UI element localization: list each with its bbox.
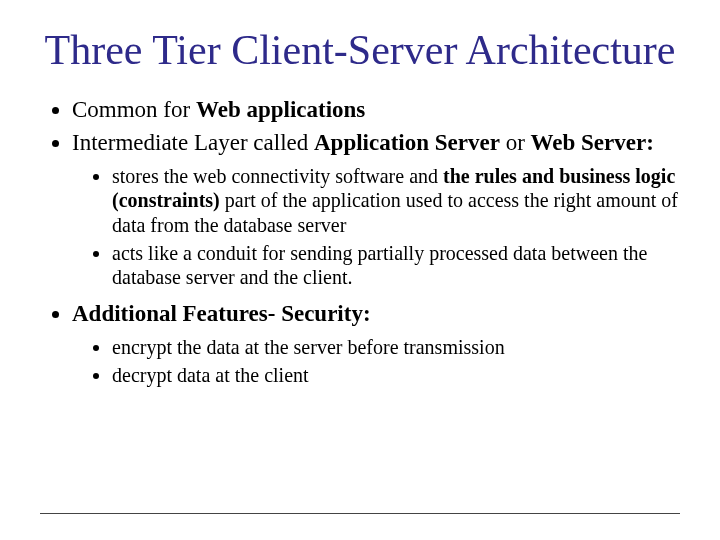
bullet-list-level2: stores the web connectivity software and… (72, 164, 680, 290)
slide-title: Three Tier Client-Server Architecture (40, 26, 680, 74)
text: or (500, 130, 531, 155)
text: acts like a conduit for sending partiall… (112, 242, 647, 288)
bullet-list-level2: encrypt the data at the server before tr… (72, 335, 680, 388)
text: stores the web connectivity software and (112, 165, 443, 187)
sub-bullet-decrypt: decrypt data at the client (112, 363, 680, 387)
text: Intermediate Layer called (72, 130, 314, 155)
text-bold: Application Server (314, 130, 500, 155)
sub-bullet-conduit: acts like a conduit for sending partiall… (112, 241, 680, 290)
text: decrypt data at the client (112, 364, 309, 386)
text: Common for (72, 97, 196, 122)
bullet-additional-features: Additional Features- Security: encrypt t… (72, 300, 680, 388)
footer-divider (40, 513, 680, 514)
text: encrypt the data at the server before tr… (112, 336, 505, 358)
bullet-list-level1: Common for Web applications Intermediate… (40, 96, 680, 387)
text-bold: Web Server: (531, 130, 654, 155)
text-bold: Web applications (196, 97, 365, 122)
slide: Three Tier Client-Server Architecture Co… (0, 0, 720, 540)
text-bold: Additional Features- Security: (72, 301, 371, 326)
sub-bullet-stores-rules: stores the web connectivity software and… (112, 164, 680, 237)
bullet-intermediate-layer: Intermediate Layer called Application Se… (72, 129, 680, 290)
bullet-common-web-apps: Common for Web applications (72, 96, 680, 125)
sub-bullet-encrypt: encrypt the data at the server before tr… (112, 335, 680, 359)
